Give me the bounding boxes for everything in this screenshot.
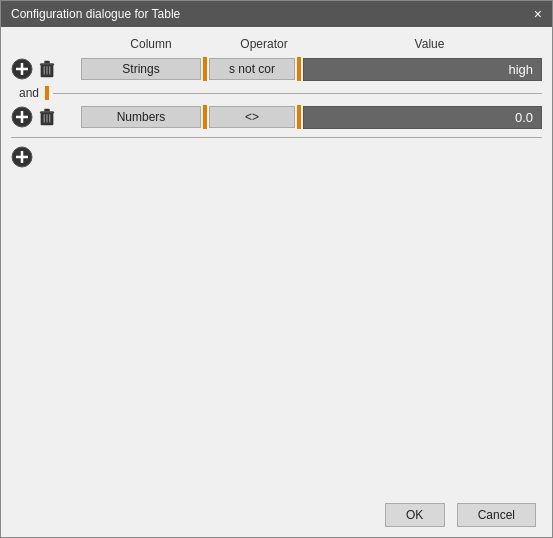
row2-operator[interactable]: <>: [209, 106, 295, 128]
header-operator: Operator: [219, 37, 309, 51]
row2-actions: [11, 106, 81, 128]
close-button[interactable]: ×: [534, 7, 542, 21]
row1-column[interactable]: Strings: [81, 58, 201, 80]
cancel-button[interactable]: Cancel: [457, 503, 536, 527]
divider2a: [203, 105, 207, 129]
divider1b: [297, 57, 301, 81]
add-row2-button[interactable]: [11, 106, 33, 128]
header-value: Value: [317, 37, 542, 51]
svg-rect-14: [40, 112, 55, 114]
add-new-row: [11, 146, 542, 168]
add-icon-2: [11, 106, 33, 128]
dialog-footer: OK Cancel: [1, 493, 552, 537]
row1-actions: [11, 58, 81, 80]
divider2b: [297, 105, 301, 129]
trash-icon-2: [37, 107, 57, 127]
separator-line: [11, 137, 542, 138]
add-row1-button[interactable]: [11, 58, 33, 80]
header-column: Column: [91, 37, 211, 51]
add-new-filter-button[interactable]: [11, 146, 33, 168]
ok-button[interactable]: OK: [385, 503, 445, 527]
column-headers: Column Operator Value: [11, 37, 542, 51]
row2-value[interactable]: 0.0: [303, 106, 542, 129]
add-icon: [11, 58, 33, 80]
and-label: and: [19, 86, 39, 100]
delete-row1-button[interactable]: [37, 59, 57, 79]
row1-value[interactable]: high: [303, 58, 542, 81]
dialog-title: Configuration dialogue for Table: [11, 7, 180, 21]
and-separator-row: and: [11, 83, 542, 103]
row1-operator[interactable]: s not cor: [209, 58, 295, 80]
svg-rect-13: [44, 109, 49, 112]
title-bar: Configuration dialogue for Table ×: [1, 1, 552, 27]
add-new-icon: [11, 146, 33, 168]
row2-column[interactable]: Numbers: [81, 106, 201, 128]
svg-rect-4: [44, 61, 49, 64]
and-orange-bar: [45, 86, 49, 100]
and-line: [53, 93, 542, 94]
divider1a: [203, 57, 207, 81]
trash-icon: [37, 59, 57, 79]
dialog-content: Column Operator Value: [1, 27, 552, 493]
filter-row-1: Strings s not cor high: [11, 57, 542, 81]
configuration-dialog: Configuration dialogue for Table × Colum…: [0, 0, 553, 538]
filter-row-2: Numbers <> 0.0: [11, 105, 542, 129]
svg-rect-5: [40, 64, 55, 66]
delete-row2-button[interactable]: [37, 107, 57, 127]
